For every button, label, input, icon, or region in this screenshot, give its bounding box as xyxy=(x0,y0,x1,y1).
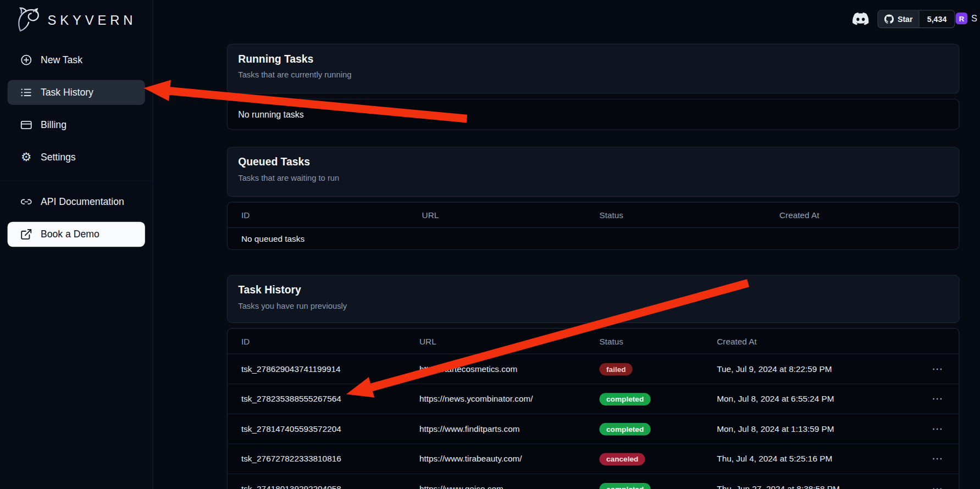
task-row[interactable]: tsk_278235388555267564 https://news.ycom… xyxy=(228,384,959,414)
link-icon xyxy=(20,196,32,208)
sidebar-item-book-a-demo[interactable]: Book a Demo xyxy=(8,222,145,247)
task-id: tsk_274180139292204058 xyxy=(241,484,419,489)
queued-tasks-empty: No queued tasks xyxy=(228,228,959,249)
sidebar-nav: New Task Task History Billing ⚙ Settings xyxy=(0,47,152,170)
task-created-at: Tue, Jul 9, 2024 at 8:22:59 PM xyxy=(717,364,924,374)
row-actions-button[interactable]: ⋯ xyxy=(929,454,945,464)
task-history-title: Task History xyxy=(238,284,948,297)
skyvern-logo[interactable]: SKYVERN xyxy=(0,0,152,44)
running-tasks-header: Running Tasks Tasks that are currently r… xyxy=(227,44,960,94)
task-id: tsk_276727822333810816 xyxy=(241,454,419,464)
column-header-status: Status xyxy=(599,210,779,220)
status-badge: completed xyxy=(599,423,650,435)
row-actions-button[interactable]: ⋯ xyxy=(929,424,945,434)
task-id: tsk_278629043741199914 xyxy=(241,364,419,374)
sidebar-item-label: API Documentation xyxy=(41,196,124,207)
queued-tasks-subtitle: Tasks that are waiting to run xyxy=(238,173,948,182)
task-url: https://tartecosmetics.com xyxy=(419,364,599,374)
task-created-at: Thu, Jul 4, 2024 at 5:25:16 PM xyxy=(717,454,924,464)
sidebar: SKYVERN New Task Task History Bi xyxy=(0,0,153,489)
task-row[interactable]: tsk_278147405593572204 https://www.findi… xyxy=(228,414,959,444)
github-star-widget[interactable]: Star 5,434 xyxy=(878,10,955,28)
external-link-icon xyxy=(20,228,32,241)
task-history-table: ID URL Status Created At tsk_27862904374… xyxy=(227,328,960,489)
queued-tasks-table: ID URL Status Created At No queued tasks xyxy=(227,202,960,250)
task-row[interactable]: tsk_274180139292204058 https://www.geico… xyxy=(228,474,959,489)
queued-tasks-table-header: ID URL Status Created At xyxy=(228,202,959,228)
status-badge: failed xyxy=(599,363,633,375)
skyvern-dragon-icon xyxy=(14,6,42,35)
column-header-created-at: Created At xyxy=(717,336,924,346)
logo-text: SKYVERN xyxy=(47,13,136,28)
discord-icon[interactable] xyxy=(852,10,869,27)
column-header-created-at: Created At xyxy=(779,210,945,220)
github-icon xyxy=(884,14,894,24)
task-history-subtitle: Tasks you have run previously xyxy=(238,301,948,310)
task-created-at: Thu, Jun 27, 2024 at 8:38:58 PM xyxy=(717,484,924,489)
sidebar-item-label: Task History xyxy=(41,87,93,98)
column-header-url: URL xyxy=(422,210,600,220)
gear-icon: ⚙ xyxy=(20,151,32,164)
github-star-count[interactable]: 5,434 xyxy=(920,10,954,27)
github-star-label: Star xyxy=(898,15,913,24)
task-url: https://www.tirabeauty.com/ xyxy=(419,454,599,464)
task-history-header: Task History Tasks you have run previous… xyxy=(227,275,960,323)
task-url: https://www.finditparts.com xyxy=(419,424,599,434)
status-badge: completed xyxy=(599,393,650,405)
task-id: tsk_278147405593572204 xyxy=(241,424,419,434)
sidebar-item-settings[interactable]: ⚙ Settings xyxy=(8,145,145,170)
user-name-truncated: S xyxy=(971,13,977,23)
running-tasks-title: Running Tasks xyxy=(238,53,948,66)
task-row[interactable]: tsk_278629043741199914 https://tartecosm… xyxy=(228,354,959,385)
task-created-at: Mon, Jul 8, 2024 at 6:55:24 PM xyxy=(717,394,924,404)
task-history-table-header: ID URL Status Created At xyxy=(228,329,959,354)
task-id: tsk_278235388555267564 xyxy=(241,394,419,404)
status-badge: canceled xyxy=(599,453,645,465)
task-row[interactable]: tsk_276727822333810816 https://www.tirab… xyxy=(228,444,959,474)
sidebar-item-label: Settings xyxy=(41,152,76,163)
main-content: Running Tasks Tasks that are currently r… xyxy=(227,44,960,489)
sidebar-item-api-documentation[interactable]: API Documentation xyxy=(8,190,145,214)
sidebar-item-label: New Task xyxy=(41,54,82,65)
plus-circle-icon xyxy=(20,54,32,66)
sidebar-secondary-nav: API Documentation Book a Demo xyxy=(0,181,152,247)
column-header-id: ID xyxy=(241,210,422,220)
skyvern-app: SKYVERN New Task Task History Bi xyxy=(0,0,980,489)
sidebar-item-label: Book a Demo xyxy=(41,229,99,240)
user-avatar[interactable]: R xyxy=(956,13,968,25)
list-icon xyxy=(20,86,32,99)
column-header-id: ID xyxy=(241,336,419,346)
sidebar-item-task-history[interactable]: Task History xyxy=(8,80,145,105)
task-created-at: Mon, Jul 8, 2024 at 1:13:59 PM xyxy=(717,424,924,434)
running-tasks-body: No running tasks xyxy=(227,99,960,130)
running-tasks-subtitle: Tasks that are currently running xyxy=(238,70,948,79)
status-badge: completed xyxy=(599,482,650,489)
row-actions-button[interactable]: ⋯ xyxy=(929,364,945,374)
task-url: https://www.geico.com xyxy=(419,484,599,489)
row-actions-button[interactable]: ⋯ xyxy=(929,484,945,489)
github-star-button[interactable]: Star xyxy=(878,10,920,27)
credit-card-icon xyxy=(20,119,32,131)
row-actions-button[interactable]: ⋯ xyxy=(929,393,945,404)
sidebar-item-new-task[interactable]: New Task xyxy=(8,47,145,72)
column-header-url: URL xyxy=(419,336,599,346)
queued-tasks-header: Queued Tasks Tasks that are waiting to r… xyxy=(227,147,960,197)
sidebar-item-label: Billing xyxy=(41,119,67,130)
sidebar-item-billing[interactable]: Billing xyxy=(8,113,145,137)
queued-tasks-title: Queued Tasks xyxy=(238,156,948,169)
task-url: https://news.ycombinator.com/ xyxy=(419,394,599,404)
running-tasks-empty: No running tasks xyxy=(228,99,959,130)
column-header-status: Status xyxy=(599,336,717,346)
